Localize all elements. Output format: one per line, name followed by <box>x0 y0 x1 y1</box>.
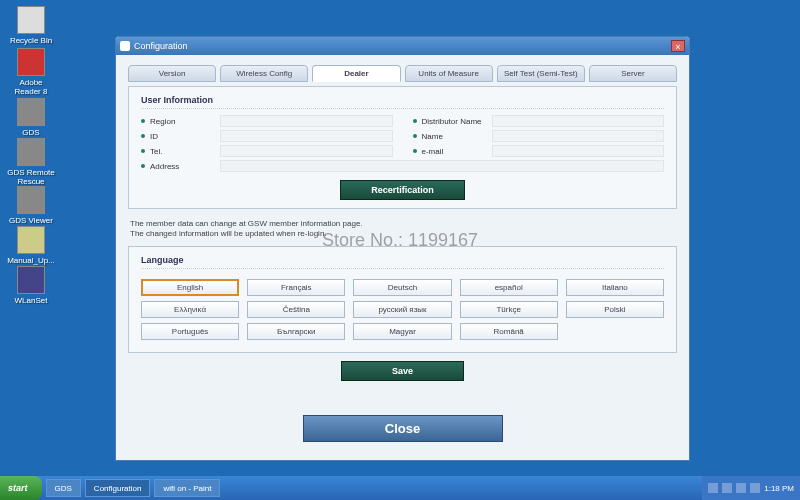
recycle-bin-icon <box>17 6 45 34</box>
desktop-icon-label[interactable]: GDS Viewer <box>6 216 56 225</box>
name-field[interactable] <box>492 130 665 142</box>
desktop-icon-label[interactable]: Adobe Reader 8 <box>6 78 56 96</box>
language-option[interactable]: español <box>460 279 558 296</box>
app-icon <box>17 98 45 126</box>
tab-self-test-semi-test-[interactable]: Self Test (Semi-Test) <box>497 65 585 82</box>
language-option[interactable]: Română <box>460 323 558 340</box>
language-option[interactable]: Polski <box>566 301 664 318</box>
desktop-icon-label[interactable]: GDS Remote Rescue <box>6 168 56 186</box>
field-label: Region <box>150 117 220 126</box>
taskbar-item[interactable]: wifi on - Paint <box>154 479 220 497</box>
language-option[interactable]: Türkçe <box>460 301 558 318</box>
language-option[interactable]: Български <box>247 323 345 340</box>
field-label: Distributor Name <box>422 117 492 126</box>
language-option[interactable]: Italiano <box>566 279 664 296</box>
recertification-button[interactable]: Recertification <box>340 180 465 200</box>
id-field[interactable] <box>220 130 393 142</box>
pdf-icon <box>17 48 45 76</box>
tab-version[interactable]: Version <box>128 65 216 82</box>
panel-title: User Information <box>141 95 664 109</box>
app-icon <box>17 138 45 166</box>
desktop-icon-label[interactable]: Recycle Bin <box>6 36 56 45</box>
tray-icon[interactable] <box>736 483 746 493</box>
tab-units-of-measure[interactable]: Units of Measure <box>405 65 493 82</box>
app-icon <box>17 266 45 294</box>
close-icon[interactable]: × <box>671 40 685 52</box>
field-label: Address <box>150 162 220 171</box>
field-label: ID <box>150 132 220 141</box>
field-label: Tel. <box>150 147 220 156</box>
taskbar-item[interactable]: Configuration <box>85 479 151 497</box>
language-option[interactable]: русский язык <box>353 301 451 318</box>
desktop-icon-label[interactable]: WLanSet <box>6 296 56 305</box>
field-label: Name <box>422 132 492 141</box>
language-option[interactable]: Čeština <box>247 301 345 318</box>
app-icon <box>17 226 45 254</box>
panel-title: Language <box>141 255 664 269</box>
language-option[interactable]: Français <box>247 279 345 296</box>
tab-server[interactable]: Server <box>589 65 677 82</box>
language-option[interactable]: Deutsch <box>353 279 451 296</box>
language-option[interactable]: English <box>141 279 239 296</box>
tray-icon[interactable] <box>750 483 760 493</box>
tab-wireless-config[interactable]: Wireless Config <box>220 65 308 82</box>
language-option[interactable]: Português <box>141 323 239 340</box>
save-button[interactable]: Save <box>341 361 464 381</box>
system-tray[interactable]: 1:18 PM <box>702 476 800 500</box>
language-option[interactable]: Ελληνικά <box>141 301 239 318</box>
clock[interactable]: 1:18 PM <box>764 484 794 493</box>
tel-field[interactable] <box>220 145 393 157</box>
titlebar[interactable]: Configuration × <box>116 37 689 55</box>
email-field[interactable] <box>492 145 665 157</box>
tab-dealer[interactable]: Dealer <box>312 65 400 82</box>
config-window: Configuration × VersionWireless ConfigDe… <box>115 36 690 461</box>
info-note: The member data can change at GSW member… <box>128 215 677 246</box>
address-field[interactable] <box>220 160 664 172</box>
region-field[interactable] <box>220 115 393 127</box>
taskbar: start GDSConfigurationwifi on - Paint 1:… <box>0 476 800 500</box>
desktop-icon-label[interactable]: GDS <box>6 128 56 137</box>
start-button[interactable]: start <box>0 476 42 500</box>
close-button[interactable]: Close <box>303 415 503 442</box>
user-info-panel: User Information Region Distributor Name… <box>128 86 677 209</box>
field-label: e-mail <box>422 147 492 156</box>
distributor-field[interactable] <box>492 115 665 127</box>
window-title: Configuration <box>134 41 188 51</box>
window-icon <box>120 41 130 51</box>
taskbar-item[interactable]: GDS <box>46 479 81 497</box>
language-panel: Language EnglishFrançaisDeutschespañolIt… <box>128 246 677 353</box>
app-icon <box>17 186 45 214</box>
tray-icon[interactable] <box>722 483 732 493</box>
desktop-icon-label[interactable]: Manual_Up... <box>6 256 56 265</box>
tray-icon[interactable] <box>708 483 718 493</box>
language-option[interactable]: Magyar <box>353 323 451 340</box>
